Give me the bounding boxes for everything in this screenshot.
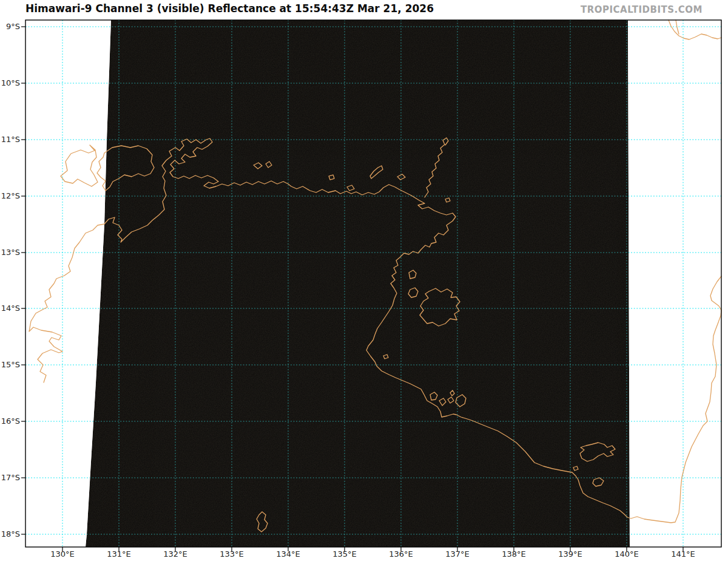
lon-tick-label: 139°E	[549, 549, 592, 559]
lat-tick-label: 13°S	[0, 248, 20, 257]
lon-tick-label: 138°E	[493, 549, 535, 559]
lon-tick-label: 132°E	[154, 549, 197, 559]
sensor-noise	[25, 20, 721, 547]
lon-tick-label: 136°E	[380, 549, 422, 559]
lat-tick-label: 16°S	[0, 416, 20, 426]
lat-tick-label: 9°S	[0, 22, 20, 32]
lon-tick-label: 137°E	[436, 549, 479, 559]
lon-tick-label: 135°E	[323, 549, 366, 559]
satellite-map	[0, 0, 728, 564]
lat-tick-label: 11°S	[0, 135, 20, 144]
lat-tick-label: 10°S	[0, 78, 20, 88]
lat-tick-label: 14°S	[0, 304, 20, 313]
lon-tick-label: 140°E	[605, 549, 648, 559]
lon-tick-label: 141°E	[662, 549, 704, 559]
lon-tick-label: 130°E	[41, 549, 84, 559]
lon-tick-label: 133°E	[211, 549, 253, 559]
page: Himawari-9 Channel 3 (visible) Reflectan…	[0, 0, 728, 564]
lon-tick-label: 131°E	[98, 549, 140, 559]
lat-tick-label: 12°S	[0, 191, 20, 201]
lon-tick-label: 134°E	[267, 549, 309, 559]
coastline-bathurst-island	[61, 145, 98, 186]
lat-tick-label: 17°S	[0, 473, 20, 483]
lat-tick-label: 15°S	[0, 360, 20, 370]
lat-tick-label: 18°S	[0, 529, 20, 539]
